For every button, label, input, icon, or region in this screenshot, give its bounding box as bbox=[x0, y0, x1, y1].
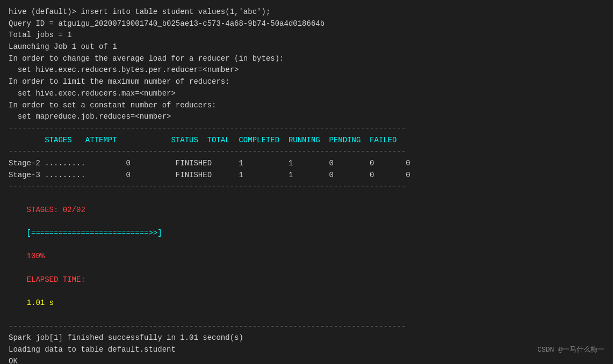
line-setreduces: set mapreduce.job.reduces=<number> bbox=[9, 111, 604, 123]
progress-spacer2 bbox=[27, 241, 31, 249]
ok-line: OK bbox=[9, 356, 604, 364]
divider-2: ----------------------------------------… bbox=[9, 146, 604, 158]
line-setbytes: set hive.exec.reducers.bytes.per.reducer… bbox=[9, 64, 604, 76]
line-queryid: Query ID = atguigu_20200719001740_b025ae… bbox=[9, 18, 604, 30]
stage3-row: Stage-3 ......... 0 FINISHED 1 1 0 0 0 bbox=[9, 170, 604, 181]
stages-label: STAGES: 02/02 bbox=[27, 206, 85, 214]
line-totaljobs: Total jobs = 1 bbox=[9, 30, 604, 41]
line-avgload: In order to change the average load for … bbox=[9, 53, 604, 65]
spark-finished: Spark job[1] finished successfully in 1.… bbox=[9, 332, 604, 344]
loading-data: Loading data to table default.student bbox=[9, 344, 604, 356]
divider-4: ----------------------------------------… bbox=[9, 321, 604, 333]
line-constant: In order to set a constant number of red… bbox=[9, 100, 604, 112]
progress-spacer4 bbox=[27, 287, 31, 296]
watermark: CSDN @一马什么梅一 bbox=[537, 345, 604, 355]
terminal: hive (default)> insert into table studen… bbox=[0, 0, 613, 364]
progress-line: STAGES: 02/02 [=========================… bbox=[9, 193, 604, 321]
elapsed-value: 1.01 s bbox=[27, 299, 54, 307]
stage2-row: Stage-2 ......... 0 FINISHED 1 1 0 0 0 bbox=[9, 158, 604, 170]
line-setmax: set hive.exec.reducers.max=<number> bbox=[9, 88, 604, 100]
line-limitmax: In order to limit the maximum number of … bbox=[9, 76, 604, 88]
elapsed-label: ELAPSED TIME: bbox=[27, 275, 85, 284]
progress-pct: 100% bbox=[27, 252, 45, 260]
line-launching: Launching Job 1 out of 1 bbox=[9, 41, 604, 53]
divider-1: ----------------------------------------… bbox=[9, 123, 604, 135]
line-insert: hive (default)> insert into table studen… bbox=[9, 6, 604, 18]
table-header: STAGES ATTEMPT STATUS TOTAL COMPLETED RU… bbox=[9, 135, 604, 147]
progress-spacer3 bbox=[27, 264, 40, 272]
progress-bar: [==========================>>] bbox=[27, 229, 162, 237]
divider-3: ----------------------------------------… bbox=[9, 181, 604, 193]
progress-spacer bbox=[27, 217, 45, 225]
